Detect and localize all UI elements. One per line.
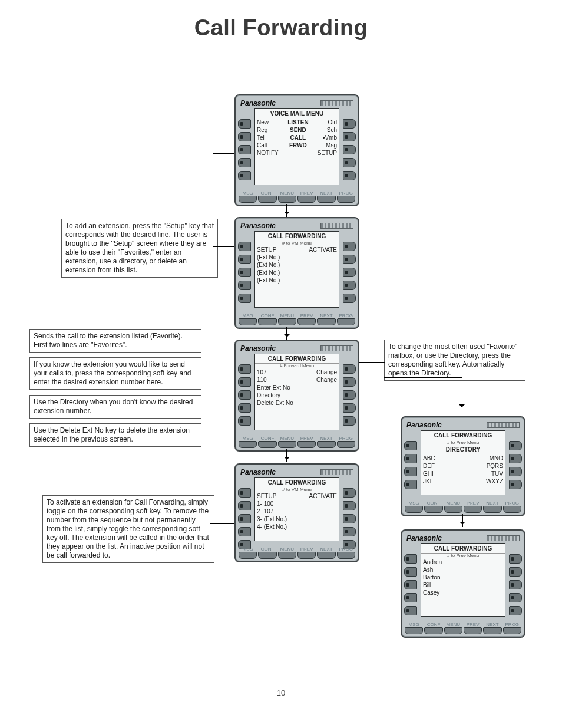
bottom-key[interactable]: MENU (279, 436, 296, 448)
soft-key-left[interactable] (238, 294, 251, 303)
soft-key-left[interactable] (238, 242, 251, 251)
soft-key-left[interactable] (238, 281, 251, 290)
soft-key-right[interactable] (343, 145, 356, 154)
bottom-key[interactable]: NEXT (484, 500, 501, 513)
bottom-key[interactable]: NEXT (318, 313, 335, 325)
soft-key-left[interactable] (404, 441, 417, 450)
bottom-key[interactable]: MENU (279, 313, 296, 325)
soft-key-right[interactable] (343, 416, 356, 426)
bottom-key[interactable]: PREV (464, 622, 481, 634)
bottom-key[interactable]: PREV (298, 436, 315, 448)
bottom-key[interactable]: MSG (239, 546, 256, 559)
soft-key-left[interactable] (238, 119, 251, 129)
speaker-grille (320, 469, 353, 475)
bottom-key[interactable]: PREV (464, 500, 481, 513)
connector (384, 377, 462, 378)
bottom-key[interactable]: PROG (504, 622, 521, 634)
soft-key-left[interactable] (238, 255, 251, 264)
soft-key-left[interactable] (404, 567, 417, 577)
soft-key-right[interactable] (343, 403, 356, 413)
soft-key-right[interactable] (509, 441, 522, 450)
soft-key-right[interactable] (343, 390, 356, 400)
phone-screen: CALL FORWARDING# to Prev MenuDIRECTORYAB… (421, 430, 505, 495)
soft-key-right[interactable] (343, 268, 356, 277)
phone-screen: CALL FORWARDING# to VM MenuSETUPACTIVATE… (254, 231, 339, 308)
soft-key-left[interactable] (404, 593, 417, 602)
bottom-key[interactable]: NEXT (318, 546, 335, 559)
bottom-key[interactable]: CONF (425, 622, 442, 634)
soft-key-left[interactable] (404, 454, 417, 463)
bottom-key[interactable]: MENU (445, 500, 462, 513)
bottom-key[interactable]: PROG (338, 190, 355, 203)
soft-key-left[interactable] (238, 268, 251, 277)
bottom-key[interactable]: MSG (239, 313, 256, 325)
bottom-key[interactable]: MSG (239, 436, 256, 448)
bottom-key[interactable]: NEXT (318, 190, 335, 203)
soft-key-right[interactable] (343, 364, 356, 374)
soft-key-left[interactable] (238, 364, 251, 374)
soft-key-right[interactable] (343, 281, 356, 290)
bottom-key[interactable]: MSG (405, 500, 422, 513)
soft-key-right[interactable] (509, 554, 522, 564)
soft-key-right[interactable] (343, 242, 356, 251)
soft-key-left[interactable] (404, 467, 417, 476)
soft-key-left[interactable] (238, 501, 251, 510)
soft-key-left[interactable] (238, 527, 251, 536)
bottom-key[interactable]: CONF (259, 436, 276, 448)
soft-key-right[interactable] (343, 514, 356, 523)
soft-key-right[interactable] (343, 171, 356, 180)
soft-key-left[interactable] (238, 158, 251, 167)
bottom-key[interactable]: MENU (445, 622, 462, 634)
soft-key-left[interactable] (238, 132, 251, 141)
bottom-key[interactable]: PROG (504, 500, 521, 513)
bottom-key[interactable]: CONF (425, 500, 442, 513)
bottom-key[interactable]: NEXT (318, 436, 335, 448)
bottom-key[interactable]: PROG (338, 436, 355, 448)
soft-key-right[interactable] (343, 158, 356, 167)
soft-key-left[interactable] (404, 580, 417, 589)
soft-key-left[interactable] (238, 171, 251, 180)
bottom-key[interactable]: PROG (338, 546, 355, 559)
bottom-key[interactable]: NEXT (484, 622, 501, 634)
bottom-key[interactable]: PROG (338, 313, 355, 325)
soft-key-right[interactable] (509, 593, 522, 602)
bottom-key[interactable]: MENU (279, 190, 296, 203)
soft-key-left[interactable] (404, 554, 417, 564)
bottom-key[interactable]: MSG (239, 190, 256, 203)
soft-key-right[interactable] (509, 454, 522, 463)
soft-key-right[interactable] (343, 119, 356, 129)
soft-key-left[interactable] (238, 145, 251, 154)
phone-voicemail-menu: PanasonicVOICE MAIL MENUNewLISTENOldRegS… (234, 94, 359, 206)
soft-key-left[interactable] (238, 403, 251, 413)
soft-key-right[interactable] (509, 480, 522, 489)
soft-key-right[interactable] (509, 606, 522, 615)
soft-key-right[interactable] (343, 377, 356, 387)
soft-key-left[interactable] (404, 480, 417, 489)
bottom-key[interactable]: CONF (259, 190, 276, 203)
page-title: Call Forwarding (0, 17, 562, 39)
soft-key-right[interactable] (509, 580, 522, 589)
bottom-key[interactable]: MENU (279, 546, 296, 559)
soft-key-right[interactable] (343, 255, 356, 264)
soft-key-right[interactable] (343, 294, 356, 303)
soft-key-left[interactable] (238, 514, 251, 523)
bottom-key[interactable]: PREV (298, 190, 315, 203)
bottom-key[interactable]: PREV (298, 313, 315, 325)
soft-key-right[interactable] (343, 501, 356, 510)
bottom-key[interactable]: PREV (298, 546, 315, 559)
soft-key-left[interactable] (238, 377, 251, 387)
soft-key-left[interactable] (238, 416, 251, 426)
callout-delete: Use the Delete Ext No key to delete the … (29, 423, 201, 447)
bottom-key[interactable]: MSG (405, 622, 422, 634)
soft-key-right[interactable] (343, 488, 356, 498)
soft-key-right[interactable] (343, 527, 356, 536)
soft-key-left[interactable] (238, 390, 251, 400)
brand-label: Panasonic (406, 534, 442, 542)
soft-key-left[interactable] (404, 606, 417, 615)
soft-key-right[interactable] (509, 567, 522, 577)
bottom-key[interactable]: CONF (259, 546, 276, 559)
soft-key-right[interactable] (343, 132, 356, 141)
soft-key-right[interactable] (509, 467, 522, 476)
soft-key-left[interactable] (238, 488, 251, 498)
bottom-key[interactable]: CONF (259, 313, 276, 325)
